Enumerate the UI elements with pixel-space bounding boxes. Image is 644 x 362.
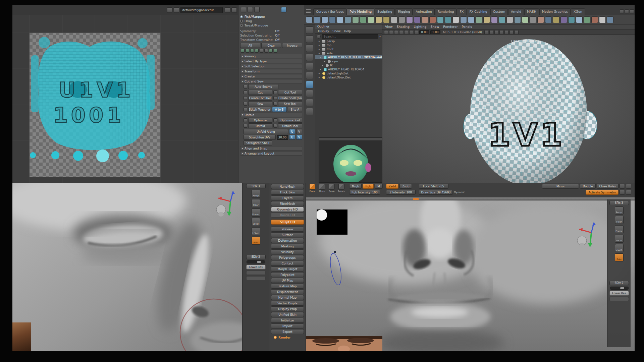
outliner-search-input[interactable] <box>322 34 378 39</box>
weld-icon[interactable] <box>620 184 625 189</box>
shelf-tab[interactable]: Rigging <box>395 8 413 15</box>
toolkit-section-header[interactable]: ▸ Arrange and Layout <box>240 151 302 156</box>
selection-button[interactable]: All <box>240 43 260 48</box>
shelf-icon[interactable] <box>445 16 451 23</box>
antialias-icon[interactable] <box>499 30 503 34</box>
shelf-icon[interactable] <box>491 16 498 23</box>
layout-four-icon[interactable] <box>625 9 629 13</box>
shelf-tab[interactable]: Motion Graphics <box>539 8 571 15</box>
timeline-strip[interactable] <box>306 197 635 200</box>
straighten-angle-field[interactable]: 30.00 <box>277 135 288 140</box>
layout-single-icon[interactable] <box>620 9 624 13</box>
view-transform-select[interactable]: ACES 1.0 SDR-video (sRGB) <box>441 31 483 34</box>
to-vertex-icon[interactable] <box>255 49 259 53</box>
tool-palette-item[interactable]: Deformation <box>271 238 304 243</box>
viewport-menu-item[interactable]: View <box>385 25 393 29</box>
magnifier-icon[interactable] <box>306 108 313 115</box>
tool-palette-item[interactable]: Thick Skin <box>271 190 304 195</box>
expand-icon[interactable]: ▸ <box>320 56 322 59</box>
tool-palette-item[interactable]: NanoMesh <box>271 184 304 189</box>
outliner-item[interactable]: ▸ side <box>315 51 382 55</box>
nav-button[interactable]: Floor <box>252 199 260 207</box>
tool-palette-item[interactable]: Divide HD <box>271 213 304 218</box>
shelf-icon[interactable] <box>391 16 397 23</box>
gizmo-mode-button[interactable]: Draw <box>308 184 317 196</box>
shelf-icon[interactable] <box>422 16 428 23</box>
nav-button[interactable]: L.Sym <box>252 227 260 235</box>
select-shell-icon[interactable] <box>274 49 277 53</box>
tool-palette-item[interactable]: Displacement <box>271 289 304 294</box>
move-tool-icon[interactable] <box>306 54 313 61</box>
viewport-menu-item[interactable]: Panels <box>462 25 472 29</box>
grid-toggle-icon[interactable] <box>389 30 393 34</box>
textured-icon[interactable] <box>509 30 514 34</box>
texture-display-icon[interactable] <box>167 7 172 13</box>
constraint-row[interactable]: Selection Constraint: Off <box>240 33 302 38</box>
shelf-icon[interactable] <box>406 16 413 23</box>
shelf-tab[interactable]: Animation <box>413 8 434 15</box>
nav-button[interactable]: Persp <box>615 206 624 215</box>
shelf-tab[interactable]: Arnold <box>508 8 524 15</box>
tool-palette-item[interactable]: Import <box>271 323 304 328</box>
uv-plane-icon[interactable] <box>248 7 253 12</box>
divider-icon[interactable] <box>626 184 631 189</box>
constraint-value[interactable]: Off <box>275 29 279 33</box>
nav-button[interactable]: Frame <box>615 225 624 233</box>
straighten-u-button[interactable]: U <box>289 135 295 140</box>
alpha-preview-popup[interactable] <box>317 209 347 235</box>
zbrush-left-canvas[interactable] <box>12 183 242 351</box>
expand-icon[interactable]: ▸ <box>319 44 321 47</box>
unfold-v-button[interactable]: V <box>296 129 302 134</box>
sdiv-slider[interactable] <box>610 287 629 290</box>
constraint-value[interactable]: Off <box>275 38 279 42</box>
mirror-button[interactable]: Mirror <box>542 184 579 189</box>
scale-tool-icon[interactable] <box>306 72 313 79</box>
shelf-icon[interactable] <box>398 16 405 23</box>
shelf-icon[interactable] <box>383 16 390 23</box>
viewport-menu-item[interactable]: Lighting <box>414 25 426 29</box>
expand-icon[interactable]: ▸ <box>324 60 326 63</box>
isolate-select-icon[interactable] <box>306 90 313 97</box>
shelf-icon[interactable] <box>522 16 529 23</box>
unfold-along-button[interactable]: Unfold Along <box>244 129 288 134</box>
tool-palette-item[interactable]: Texture Map <box>271 284 304 289</box>
select-border-icon[interactable] <box>269 49 273 53</box>
expand-icon[interactable]: ▸ <box>319 48 321 51</box>
viewport-menu-item[interactable]: Shading <box>397 25 410 29</box>
outliner-item[interactable]: ▸ AUDREY_BUSTO_ND_RETOPO2BkuAAPolyMesh3D <box>315 55 382 59</box>
timeline-marker[interactable] <box>413 198 419 200</box>
checker-toggle-icon[interactable] <box>174 7 179 13</box>
unfold-u-button[interactable]: U <box>289 129 295 134</box>
texture-name-field[interactable]: defaultPolygonTextur... <box>180 7 223 13</box>
lower-res-button[interactable]: Lower Res <box>609 291 629 296</box>
sculpt-mode-button[interactable]: Zsub <box>399 184 412 189</box>
lasso-select-tool-icon[interactable] <box>306 36 313 43</box>
resolution-gate-icon[interactable] <box>399 30 403 34</box>
toolkit-button[interactable]: Cut <box>248 90 272 95</box>
toolkit-button[interactable]: Unfold <box>248 123 272 128</box>
toolkit-button[interactable]: Cut Tool <box>278 90 302 95</box>
wireframe-on-shaded-icon[interactable] <box>504 30 508 34</box>
gizmo-mode-button[interactable]: Move <box>318 184 326 196</box>
shelf-icon[interactable] <box>545 16 552 23</box>
shelf-icon[interactable] <box>429 16 436 23</box>
shelf-icon[interactable] <box>530 16 536 23</box>
camera-icon[interactable] <box>306 99 313 106</box>
nav-button[interactable]: Solo <box>252 237 260 245</box>
paint-mode-button[interactable]: Mrgb <box>349 184 362 189</box>
z-intensity-slider[interactable]: Z Intensity 100 <box>386 190 416 195</box>
toolkit-section-header[interactable]: ▸ Create <box>240 74 302 78</box>
tool-palette-item[interactable]: Normal Map <box>271 295 304 300</box>
viewport-menu-item[interactable]: Renderer <box>443 25 458 29</box>
safe-action-icon[interactable] <box>414 30 418 34</box>
shelf-icon[interactable] <box>599 16 606 23</box>
universal-manipulator-icon[interactable] <box>306 81 313 88</box>
camview-gizmo[interactable] <box>214 189 240 221</box>
shelf-icon[interactable] <box>468 16 475 23</box>
camview-gizmo[interactable] <box>575 220 601 252</box>
expand-icon[interactable]: ▸ <box>319 52 321 55</box>
viewport-menu-item[interactable]: Show <box>431 25 439 29</box>
constraint-value[interactable]: Off <box>275 34 279 37</box>
shelf-icon[interactable] <box>368 16 374 23</box>
stitch-together-button[interactable]: Stitch Together <box>248 107 271 112</box>
